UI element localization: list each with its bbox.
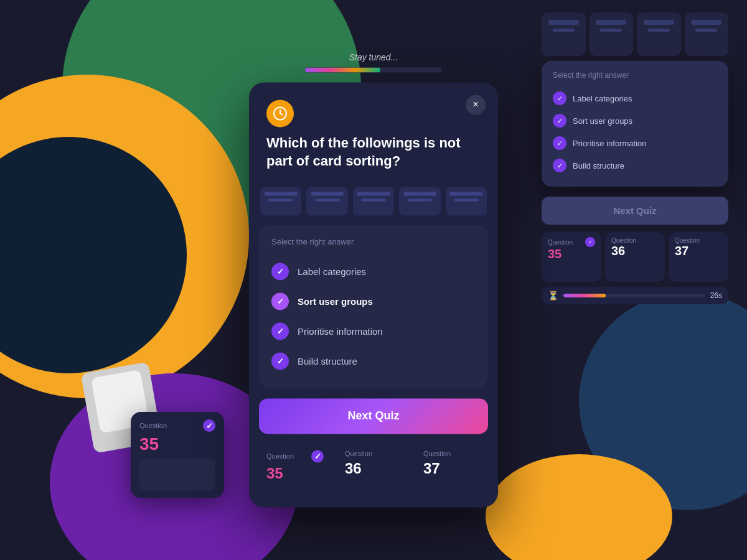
bottom-question-cards: Question ✓ 35 Question 36 Question 37 [249, 444, 498, 500]
option-3-text: Prioritise information [298, 326, 383, 337]
modal-card: × Which of the followings is not part of… [249, 82, 498, 507]
option-3-check: ✓ [271, 323, 289, 340]
progress-container: Stay tuned... [305, 52, 442, 72]
option-4-check: ✓ [271, 353, 289, 370]
right-card-35-check: ✓ [585, 237, 595, 247]
timer-track [563, 294, 705, 297]
right-option-2[interactable]: ✓ Sort user groups [553, 110, 717, 132]
card-preview [249, 183, 498, 220]
timer-icon: ⏳ [548, 291, 558, 301]
left-card-body [139, 459, 215, 490]
right-check-2: ✓ [553, 114, 566, 128]
bottom-card-36: Question 36 [337, 444, 410, 500]
right-card-35: Question ✓ 35 [542, 232, 601, 282]
right-select-label: Select the right answer [553, 71, 717, 80]
clock-icon [273, 106, 288, 121]
right-option-1-text: Label categories [573, 94, 632, 103]
right-check-3: ✓ [553, 136, 566, 150]
option-2-check: ✓ [271, 293, 289, 310]
option-4-text: Build structure [298, 356, 357, 366]
option-1[interactable]: ✓ Label categories [271, 257, 476, 287]
timer-fill [563, 294, 606, 297]
right-card-36-num: 36 [611, 244, 659, 258]
right-option-3[interactable]: ✓ Prioritise information [553, 132, 717, 154]
right-answer-dropdown: Select the right answer ✓ Label categori… [542, 61, 728, 187]
left-card-label: Question [139, 422, 167, 429]
modal-header: × Which of the followings is not part of… [249, 82, 498, 182]
close-button[interactable]: × [466, 95, 486, 114]
bottom-card-35-label: Question [266, 453, 294, 460]
bottom-card-37: Question 37 [416, 444, 488, 500]
option-2[interactable]: ✓ Sort user groups [271, 287, 476, 317]
left-question-card: Question ✓ 35 [131, 412, 224, 498]
timer-bar: ⏳ 26s [542, 287, 728, 304]
right-bottom-cards: Question ✓ 35 Question 36 Question 37 [542, 232, 728, 282]
bottom-card-35: Question ✓ 35 [259, 444, 331, 500]
option-1-text: Label categories [298, 266, 366, 277]
option-1-check: ✓ [271, 263, 289, 281]
answer-area: Select the right answer ✓ Label categori… [259, 225, 488, 389]
right-option-1[interactable]: ✓ Label categories [553, 87, 717, 110]
bottom-card-35-num: 35 [266, 465, 324, 483]
bottom-card-36-num: 36 [345, 460, 402, 478]
center-phone-modal: Stay tuned... × Which of the followings … [249, 52, 498, 507]
right-check-4: ✓ [553, 159, 566, 172]
right-option-4-text: Build structure [573, 161, 624, 170]
right-card-37: Question 37 [669, 232, 728, 282]
right-option-2-text: Sort user groups [573, 116, 632, 126]
right-card-36: Question 36 [605, 232, 665, 282]
right-card-35-num: 35 [548, 247, 595, 261]
option-2-text: Sort user groups [298, 296, 373, 307]
right-top-cards [542, 12, 728, 56]
left-card-number: 35 [139, 434, 215, 454]
right-option-4[interactable]: ✓ Build structure [553, 154, 717, 177]
bottom-card-36-label: Question [345, 450, 372, 458]
progress-bar-track [305, 67, 442, 72]
left-card-check: ✓ [203, 419, 215, 432]
right-panel: Select the right answer ✓ Label categori… [542, 12, 728, 304]
timer-label: 26s [710, 291, 722, 300]
option-4[interactable]: ✓ Build structure [271, 347, 476, 376]
select-label: Select the right answer [271, 238, 476, 247]
right-next-quiz-button[interactable]: Next Quiz [542, 197, 728, 225]
option-3[interactable]: ✓ Prioritise information [271, 317, 476, 347]
right-bottom-section: Question ✓ 35 Question 36 Question 37 ⏳ [542, 232, 728, 304]
right-card-37-num: 37 [675, 244, 722, 258]
bottom-card-37-label: Question [423, 450, 451, 458]
right-check-1: ✓ [553, 91, 566, 105]
bottom-card-35-check: ✓ [311, 450, 324, 463]
right-option-3-text: Prioritise information [573, 139, 647, 148]
question-icon [266, 100, 294, 127]
stay-tuned-label: Stay tuned... [349, 52, 398, 62]
question-text: Which of the followings is not part of c… [266, 134, 481, 170]
progress-bar-fill [305, 67, 380, 72]
next-quiz-button[interactable]: Next Quiz [259, 399, 488, 434]
bottom-card-37-num: 37 [423, 460, 481, 478]
